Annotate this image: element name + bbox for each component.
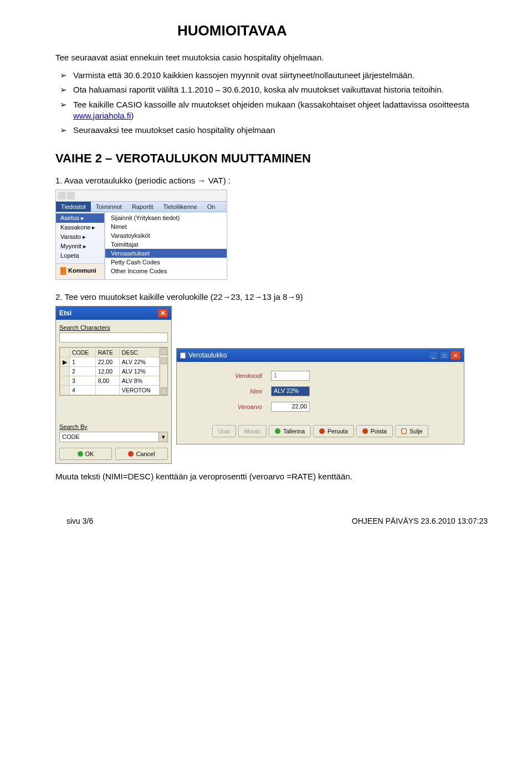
step-1: 1. Avaa verotaulukko (periodic actions →… [55,176,499,185]
search-by-label: Search By [59,423,168,430]
check-icon [275,428,280,434]
veroarvo-label: Veroarvo [190,403,262,410]
menu-toiminnot[interactable]: Toiminnot [91,202,127,212]
menu-cutoff[interactable]: On [202,202,221,212]
table-row[interactable]: 212,00ALV 12% [60,367,160,376]
col-desc[interactable]: DESC [119,348,159,357]
submenu-nimet[interactable]: Nimet [105,222,227,231]
x-icon [319,428,325,434]
col-rate[interactable]: RATE [95,348,119,357]
app-toolbar-icons [56,190,227,201]
minimize-icon[interactable]: _ [428,351,438,360]
exit-icon [401,428,407,434]
bullet-text: ) [131,111,134,120]
maximize-icon[interactable]: □ [439,351,449,360]
submenu-otherincome[interactable]: Other Income Codes [105,267,227,275]
uusi-button[interactable]: Uusi [212,425,236,437]
tallenna-button[interactable]: Tallenna [269,425,311,437]
nimi-label: Nimi [190,388,262,395]
table-row[interactable]: 38,00ALV 8% [60,376,160,386]
kommuni-button[interactable]: Kommuni [56,263,104,278]
submenu-pettycash[interactable]: Petty Cash Codes [105,258,227,267]
menu-raportit[interactable]: Raportit [127,202,158,212]
verotaulukko-toolbar: Uusi Muuta Tallenna Peruuta Poista Sulje [190,425,451,437]
etsi-window: Etsi ✕ Search Characters CODE RATE DESC … [55,306,172,464]
step-2: 2. Tee vero muutokset kaikille veroluoki… [55,292,499,301]
close-icon[interactable]: ✕ [158,309,168,318]
search-chars-label: Search Characters [59,324,168,331]
col-code[interactable]: CODE [70,348,96,357]
peruuta-button[interactable]: Peruuta [313,425,354,437]
check-icon [78,451,83,457]
footer-page: sivu 3/6 [66,517,93,525]
footer-date: OHJEEN PÄIVÄYS 23.6.2010 13:07:23 [352,517,488,525]
intro-text: Tee seuraavat asiat ennekuin teet muutok… [55,53,499,62]
etsi-title: Etsi [59,309,71,317]
submenu-right: Sijainnit (Yrityksen tiedot) Nimet Varas… [105,212,227,279]
submenu-toimittajat[interactable]: Toimittajat [105,240,227,249]
veroarvo-field[interactable]: 22,00 [271,402,310,412]
submenu-varastoyksikot[interactable]: Varastoyksiköt [105,231,227,240]
submenu-sijainnit[interactable]: Sijainnit (Yrityksen tiedot) [105,213,227,222]
nimi-field[interactable]: ALV 22% [271,386,310,396]
section-heading: VAIHE 2 – VEROTAULUKON MUUTTAMINEN [55,151,499,166]
bullet-text: Tee kaikille CASIO kassoille alv muutoks… [73,100,469,109]
kommuni-icon [60,267,66,275]
poista-button[interactable]: Poista [356,425,393,437]
bullet-item: Seuraavaksi tee muutokset casio hospital… [55,125,499,136]
muuta-button[interactable]: Muuta [238,425,267,437]
row-header [60,348,70,357]
search-input[interactable] [59,333,168,343]
link-jariahola[interactable]: www.jariahola.fi [73,111,131,120]
screenshot-menu: Tiedostot Toiminnot Raportit Tietoliiken… [55,190,227,280]
submenu-lopeta[interactable]: Lopeta [56,251,104,260]
close-icon[interactable]: ✕ [451,351,461,360]
scroll-thumb[interactable] [161,357,167,364]
x-icon [128,451,134,457]
submenu-left: Asetus ▸ Kassakone ▸ Varasto ▸ Myynnit ▸… [56,212,105,279]
submenu-kassakone[interactable]: Kassakone ▸ [56,223,104,232]
window-icon [180,352,186,359]
page-footer: sivu 3/6 OHJEEN PÄIVÄYS 23.6.2010 13:07:… [55,517,499,525]
after-text: Muuta teksti (NIMI=DESC) kenttään ja ver… [55,472,499,481]
menu-tietoliikenne[interactable]: Tietoliikenne [158,202,202,212]
bullet-item: Tee kaikille CASIO kassoille alv muutoks… [55,99,499,122]
menubar: Tiedostot Toiminnot Raportit Tietoliiken… [56,201,227,212]
chevron-down-icon[interactable]: ▾ [158,432,167,442]
combo-value: CODE [60,432,158,442]
page-title: HUOMIOITAVAA [177,22,499,39]
verokoodi-field[interactable]: 1 [271,371,310,381]
scroll-up-icon[interactable] [161,347,167,355]
results-table: CODE RATE DESC ▶122,00ALV 22% 212,00ALV … [59,347,168,396]
scrollbar[interactable] [160,347,167,395]
verotaulukko-titlebar: Verotaulukko _ □ ✕ [177,349,464,362]
submenu-myynnit[interactable]: Myynnit ▸ [56,242,104,251]
minus-icon [362,428,368,434]
ok-button[interactable]: OK [59,448,112,460]
table-row[interactable]: ▶122,00ALV 22% [60,357,160,367]
etsi-titlebar: Etsi ✕ [56,306,171,320]
verotaulukko-title: Verotaulukko [188,351,227,359]
scroll-down-icon[interactable] [161,387,167,395]
sulje-button[interactable]: Sulje [395,425,428,437]
bullet-item: Ota haluamasi raportit väliltä 1.1.2010 … [55,84,499,95]
submenu-varasto[interactable]: Varasto ▸ [56,232,104,242]
table-row[interactable]: 4VEROTON [60,386,160,395]
verotaulukko-window: Verotaulukko _ □ ✕ Verokoodi 1 Nimi ALV … [176,348,464,444]
submenu-asetus[interactable]: Asetus ▸ [56,213,104,223]
submenu-veroasetukset[interactable]: Veroasetukset [105,249,227,258]
search-by-combo[interactable]: CODE ▾ [59,432,168,442]
menu-tiedostot[interactable]: Tiedostot [56,202,91,212]
bullet-list: Varmista että 30.6.2010 kaikkien kassoje… [55,70,499,136]
cancel-button[interactable]: Cancel [115,448,168,460]
verokoodi-label: Verokoodi [190,372,262,379]
bullet-item: Varmista että 30.6.2010 kaikkien kassoje… [55,70,499,81]
